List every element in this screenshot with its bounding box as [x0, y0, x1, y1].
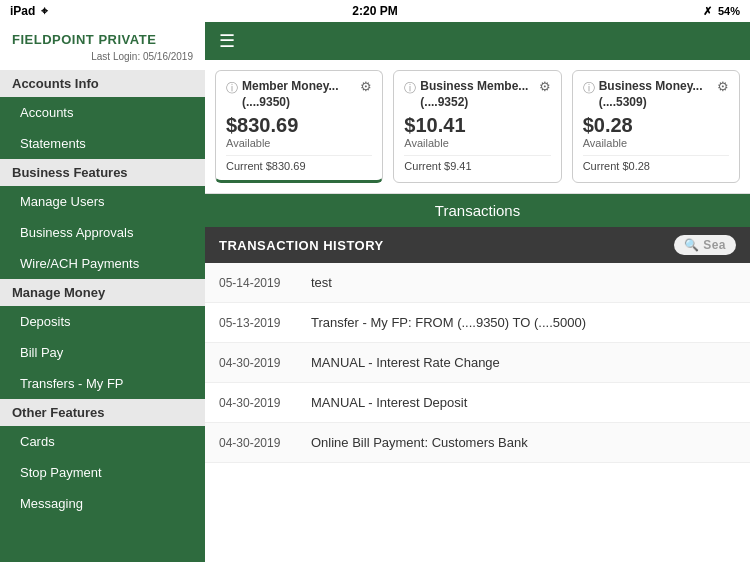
card-number-1: (....9352): [420, 95, 528, 111]
info-icon-0: ⓘ: [226, 80, 238, 97]
status-time: 2:20 PM: [352, 4, 397, 18]
transaction-date: 05-13-2019: [219, 316, 291, 330]
table-row: 05-14-2019 test: [205, 263, 750, 303]
info-icon-1: ⓘ: [404, 80, 416, 97]
sidebar-item-wire-ach[interactable]: Wire/ACH Payments: [0, 248, 205, 279]
card-current-2: Current $0.28: [583, 155, 729, 172]
account-card-2[interactable]: ⓘ Business Money... (....5309) ⚙ $0.28 A…: [572, 70, 740, 183]
card-number-2: (....5309): [599, 95, 703, 111]
transactions-list: 05-14-2019 test 05-13-2019 Transfer - My…: [205, 263, 750, 562]
sidebar-header: FIELDPOINT PRIVATE Last Login: 05/16/201…: [0, 22, 205, 70]
card-number-0: (....9350): [242, 95, 338, 111]
transactions-panel: Transactions TRANSACTION HISTORY 🔍 Sea 0…: [205, 194, 750, 562]
status-right: ✗ 54%: [703, 5, 740, 18]
search-icon: 🔍: [684, 238, 700, 252]
transaction-date: 04-30-2019: [219, 396, 291, 410]
transaction-description: Transfer - My FP: FROM (....9350) TO (..…: [311, 315, 586, 330]
transaction-date: 04-30-2019: [219, 436, 291, 450]
status-left: iPad ⌖: [10, 4, 48, 18]
sidebar-item-cards[interactable]: Cards: [0, 426, 205, 457]
card-available-0: Available: [226, 137, 372, 149]
sidebar-item-transfers[interactable]: Transfers - My FP: [0, 368, 205, 399]
sidebar-item-messaging[interactable]: Messaging: [0, 488, 205, 519]
sidebar-item-stop-payment[interactable]: Stop Payment: [0, 457, 205, 488]
battery-label: 54%: [718, 5, 740, 17]
card-amount-0: $830.69: [226, 114, 372, 137]
card-info-row-0: ⓘ Member Money... (....9350): [226, 79, 338, 110]
sidebar-item-accounts[interactable]: Accounts: [0, 97, 205, 128]
card-current-1: Current $9.41: [404, 155, 550, 172]
ipad-label: iPad: [10, 4, 35, 18]
sidebar-item-deposits[interactable]: Deposits: [0, 306, 205, 337]
last-login: Last Login: 05/16/2019: [12, 51, 193, 62]
card-top-0: ⓘ Member Money... (....9350) ⚙: [226, 79, 372, 110]
card-current-0: Current $830.69: [226, 155, 372, 172]
top-nav: ☰: [205, 22, 750, 60]
gear-icon-2[interactable]: ⚙: [717, 79, 729, 94]
account-cards-row: ⓘ Member Money... (....9350) ⚙ $830.69 A…: [205, 60, 750, 194]
transactions-title: Transactions: [205, 194, 750, 227]
transaction-description: test: [311, 275, 332, 290]
table-row: 04-30-2019 MANUAL - Interest Rate Change: [205, 343, 750, 383]
card-name-1: Business Membe...: [420, 79, 528, 95]
sidebar-section-other-features: Other Features: [0, 399, 205, 426]
history-label: TRANSACTION HISTORY: [219, 238, 384, 253]
sidebar-item-business-approvals[interactable]: Business Approvals: [0, 217, 205, 248]
card-amount-2: $0.28: [583, 114, 729, 137]
search-placeholder: Sea: [703, 238, 726, 252]
card-info-row-1: ⓘ Business Membe... (....9352): [404, 79, 528, 110]
card-top-1: ⓘ Business Membe... (....9352) ⚙: [404, 79, 550, 110]
card-available-2: Available: [583, 137, 729, 149]
sidebar: FIELDPOINT PRIVATE Last Login: 05/16/201…: [0, 22, 205, 562]
transaction-description: Online Bill Payment: Customers Bank: [311, 435, 528, 450]
app-container: FIELDPOINT PRIVATE Last Login: 05/16/201…: [0, 22, 750, 562]
sidebar-section-manage-money: Manage Money: [0, 279, 205, 306]
bluetooth-icon: ✗: [703, 5, 712, 18]
sidebar-section-business-features: Business Features: [0, 159, 205, 186]
card-name-2: Business Money...: [599, 79, 703, 95]
app-logo: FIELDPOINT PRIVATE: [12, 32, 193, 47]
gear-icon-1[interactable]: ⚙: [539, 79, 551, 94]
table-row: 04-30-2019 Online Bill Payment: Customer…: [205, 423, 750, 463]
sidebar-section-accounts-info: Accounts Info: [0, 70, 205, 97]
status-bar: iPad ⌖ 2:20 PM ✗ 54%: [0, 0, 750, 22]
card-amount-1: $10.41: [404, 114, 550, 137]
main-content: ☰ ⓘ Member Money... (....9350) ⚙ $830.69…: [205, 22, 750, 562]
search-box[interactable]: 🔍 Sea: [674, 235, 736, 255]
transaction-history-bar: TRANSACTION HISTORY 🔍 Sea: [205, 227, 750, 263]
sidebar-item-bill-pay[interactable]: Bill Pay: [0, 337, 205, 368]
table-row: 04-30-2019 MANUAL - Interest Deposit: [205, 383, 750, 423]
card-available-1: Available: [404, 137, 550, 149]
card-info-row-2: ⓘ Business Money... (....5309): [583, 79, 703, 110]
transaction-description: MANUAL - Interest Rate Change: [311, 355, 500, 370]
transaction-date: 05-14-2019: [219, 276, 291, 290]
transaction-description: MANUAL - Interest Deposit: [311, 395, 467, 410]
table-row: 05-13-2019 Transfer - My FP: FROM (....9…: [205, 303, 750, 343]
sidebar-item-manage-users[interactable]: Manage Users: [0, 186, 205, 217]
sidebar-item-statements[interactable]: Statements: [0, 128, 205, 159]
hamburger-menu[interactable]: ☰: [219, 30, 235, 52]
card-name-0: Member Money...: [242, 79, 338, 95]
transaction-date: 04-30-2019: [219, 356, 291, 370]
account-card-0[interactable]: ⓘ Member Money... (....9350) ⚙ $830.69 A…: [215, 70, 383, 183]
gear-icon-0[interactable]: ⚙: [360, 79, 372, 94]
info-icon-2: ⓘ: [583, 80, 595, 97]
wifi-icon: ⌖: [41, 4, 48, 18]
account-card-1[interactable]: ⓘ Business Membe... (....9352) ⚙ $10.41 …: [393, 70, 561, 183]
card-top-2: ⓘ Business Money... (....5309) ⚙: [583, 79, 729, 110]
